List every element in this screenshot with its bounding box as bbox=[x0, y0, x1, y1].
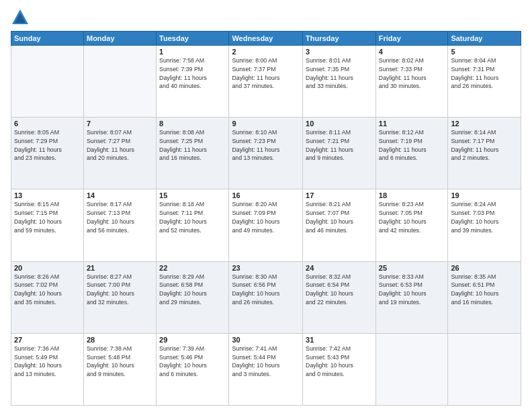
day-detail: Sunrise: 7:39 AM Sunset: 5:46 PM Dayligh… bbox=[159, 345, 226, 379]
day-detail: Sunrise: 8:29 AM Sunset: 6:58 PM Dayligh… bbox=[159, 273, 226, 307]
day-detail: Sunrise: 8:23 AM Sunset: 7:05 PM Dayligh… bbox=[379, 200, 445, 234]
day-number: 16 bbox=[232, 191, 300, 199]
day-number: 5 bbox=[451, 48, 518, 56]
calendar-cell: 22Sunrise: 8:29 AM Sunset: 6:58 PM Dayli… bbox=[157, 261, 229, 333]
calendar-cell: 19Sunrise: 8:24 AM Sunset: 7:03 PM Dayli… bbox=[448, 189, 521, 261]
day-detail: Sunrise: 7:38 AM Sunset: 5:48 PM Dayligh… bbox=[87, 345, 153, 379]
calendar-table: SundayMondayTuesdayWednesdayThursdayFrid… bbox=[11, 31, 521, 406]
week-row-4: 27Sunrise: 7:36 AM Sunset: 5:49 PM Dayli… bbox=[11, 333, 521, 405]
weekday-header-row: SundayMondayTuesdayWednesdayThursdayFrid… bbox=[11, 32, 521, 46]
weekday-header-tuesday: Tuesday bbox=[157, 32, 229, 46]
day-number: 4 bbox=[379, 48, 445, 56]
day-number: 31 bbox=[306, 336, 373, 344]
calendar-cell: 16Sunrise: 8:20 AM Sunset: 7:09 PM Dayli… bbox=[229, 189, 303, 261]
day-detail: Sunrise: 8:32 AM Sunset: 6:54 PM Dayligh… bbox=[306, 273, 373, 307]
day-number: 30 bbox=[232, 336, 300, 344]
day-detail: Sunrise: 8:20 AM Sunset: 7:09 PM Dayligh… bbox=[232, 200, 300, 234]
calendar-cell: 9Sunrise: 8:10 AM Sunset: 7:23 PM Daylig… bbox=[229, 118, 303, 189]
week-row-1: 6Sunrise: 8:05 AM Sunset: 7:29 PM Daylig… bbox=[11, 118, 521, 189]
day-detail: Sunrise: 7:42 AM Sunset: 5:43 PM Dayligh… bbox=[306, 345, 373, 379]
day-number: 10 bbox=[306, 120, 373, 128]
calendar-body: 1Sunrise: 7:58 AM Sunset: 7:39 PM Daylig… bbox=[11, 46, 521, 406]
calendar-cell: 27Sunrise: 7:36 AM Sunset: 5:49 PM Dayli… bbox=[11, 333, 84, 405]
day-detail: Sunrise: 8:07 AM Sunset: 7:27 PM Dayligh… bbox=[87, 128, 153, 163]
calendar-cell bbox=[83, 46, 156, 118]
day-number: 24 bbox=[306, 264, 373, 272]
day-number: 15 bbox=[159, 191, 226, 199]
day-number: 7 bbox=[87, 120, 153, 128]
weekday-header-monday: Monday bbox=[83, 32, 156, 46]
calendar-cell: 26Sunrise: 8:35 AM Sunset: 6:51 PM Dayli… bbox=[448, 261, 521, 333]
day-number: 9 bbox=[232, 120, 300, 128]
day-detail: Sunrise: 8:27 AM Sunset: 7:00 PM Dayligh… bbox=[87, 273, 153, 307]
day-number: 25 bbox=[379, 264, 445, 272]
day-number: 21 bbox=[87, 264, 153, 272]
day-detail: Sunrise: 7:41 AM Sunset: 5:44 PM Dayligh… bbox=[232, 345, 300, 379]
logo bbox=[11, 8, 32, 27]
day-number: 3 bbox=[306, 48, 373, 56]
day-number: 18 bbox=[379, 191, 445, 199]
day-detail: Sunrise: 8:21 AM Sunset: 7:07 PM Dayligh… bbox=[306, 200, 373, 234]
calendar-cell: 17Sunrise: 8:21 AM Sunset: 7:07 PM Dayli… bbox=[303, 189, 376, 261]
header bbox=[11, 8, 521, 27]
day-detail: Sunrise: 8:04 AM Sunset: 7:31 PM Dayligh… bbox=[451, 56, 518, 91]
day-detail: Sunrise: 8:18 AM Sunset: 7:11 PM Dayligh… bbox=[159, 200, 226, 234]
day-number: 8 bbox=[159, 120, 226, 128]
calendar-cell: 18Sunrise: 8:23 AM Sunset: 7:05 PM Dayli… bbox=[375, 189, 448, 261]
calendar-cell bbox=[375, 333, 448, 405]
day-detail: Sunrise: 8:17 AM Sunset: 7:13 PM Dayligh… bbox=[87, 200, 153, 234]
day-detail: Sunrise: 8:11 AM Sunset: 7:21 PM Dayligh… bbox=[306, 128, 373, 163]
page: SundayMondayTuesdayWednesdayThursdayFrid… bbox=[0, 0, 532, 411]
weekday-header-thursday: Thursday bbox=[303, 32, 376, 46]
calendar-cell: 24Sunrise: 8:32 AM Sunset: 6:54 PM Dayli… bbox=[303, 261, 376, 333]
day-detail: Sunrise: 8:15 AM Sunset: 7:15 PM Dayligh… bbox=[14, 200, 81, 234]
calendar-cell bbox=[448, 333, 521, 405]
calendar-cell: 11Sunrise: 8:12 AM Sunset: 7:19 PM Dayli… bbox=[375, 118, 448, 189]
day-number: 28 bbox=[87, 336, 153, 344]
week-row-3: 20Sunrise: 8:26 AM Sunset: 7:02 PM Dayli… bbox=[11, 261, 521, 333]
day-detail: Sunrise: 8:12 AM Sunset: 7:19 PM Dayligh… bbox=[379, 128, 445, 163]
day-detail: Sunrise: 8:10 AM Sunset: 7:23 PM Dayligh… bbox=[232, 128, 300, 163]
calendar-cell: 29Sunrise: 7:39 AM Sunset: 5:46 PM Dayli… bbox=[157, 333, 229, 405]
calendar-cell: 12Sunrise: 8:14 AM Sunset: 7:17 PM Dayli… bbox=[448, 118, 521, 189]
calendar-cell: 13Sunrise: 8:15 AM Sunset: 7:15 PM Dayli… bbox=[11, 189, 84, 261]
logo-icon bbox=[11, 8, 30, 27]
calendar-cell: 3Sunrise: 8:01 AM Sunset: 7:35 PM Daylig… bbox=[303, 46, 376, 118]
calendar-cell: 21Sunrise: 8:27 AM Sunset: 7:00 PM Dayli… bbox=[83, 261, 156, 333]
calendar-cell: 28Sunrise: 7:38 AM Sunset: 5:48 PM Dayli… bbox=[83, 333, 156, 405]
day-number: 27 bbox=[14, 336, 81, 344]
day-detail: Sunrise: 8:05 AM Sunset: 7:29 PM Dayligh… bbox=[14, 128, 81, 163]
calendar-cell: 5Sunrise: 8:04 AM Sunset: 7:31 PM Daylig… bbox=[448, 46, 521, 118]
day-number: 11 bbox=[379, 120, 445, 128]
day-number: 12 bbox=[451, 120, 518, 128]
weekday-header-sunday: Sunday bbox=[11, 32, 84, 46]
day-number: 6 bbox=[14, 120, 81, 128]
day-detail: Sunrise: 8:14 AM Sunset: 7:17 PM Dayligh… bbox=[451, 128, 518, 163]
weekday-header-friday: Friday bbox=[375, 32, 448, 46]
calendar-cell: 25Sunrise: 8:33 AM Sunset: 6:53 PM Dayli… bbox=[375, 261, 448, 333]
calendar-cell: 10Sunrise: 8:11 AM Sunset: 7:21 PM Dayli… bbox=[303, 118, 376, 189]
day-number: 14 bbox=[87, 191, 153, 199]
calendar-cell: 4Sunrise: 8:02 AM Sunset: 7:33 PM Daylig… bbox=[375, 46, 448, 118]
day-number: 13 bbox=[14, 191, 81, 199]
day-number: 17 bbox=[306, 191, 373, 199]
day-detail: Sunrise: 8:02 AM Sunset: 7:33 PM Dayligh… bbox=[379, 56, 445, 91]
day-detail: Sunrise: 7:36 AM Sunset: 5:49 PM Dayligh… bbox=[14, 345, 81, 379]
day-number: 20 bbox=[14, 264, 81, 272]
day-detail: Sunrise: 8:00 AM Sunset: 7:37 PM Dayligh… bbox=[232, 56, 300, 91]
week-row-2: 13Sunrise: 8:15 AM Sunset: 7:15 PM Dayli… bbox=[11, 189, 521, 261]
calendar-cell: 6Sunrise: 8:05 AM Sunset: 7:29 PM Daylig… bbox=[11, 118, 84, 189]
week-row-0: 1Sunrise: 7:58 AM Sunset: 7:39 PM Daylig… bbox=[11, 46, 521, 118]
calendar-cell: 2Sunrise: 8:00 AM Sunset: 7:37 PM Daylig… bbox=[229, 46, 303, 118]
day-detail: Sunrise: 8:26 AM Sunset: 7:02 PM Dayligh… bbox=[14, 273, 81, 307]
day-number: 2 bbox=[232, 48, 300, 56]
calendar-cell: 31Sunrise: 7:42 AM Sunset: 5:43 PM Dayli… bbox=[303, 333, 376, 405]
day-number: 26 bbox=[451, 264, 518, 272]
day-number: 29 bbox=[159, 336, 226, 344]
calendar-cell bbox=[11, 46, 84, 118]
weekday-header-wednesday: Wednesday bbox=[229, 32, 303, 46]
calendar-header: SundayMondayTuesdayWednesdayThursdayFrid… bbox=[11, 32, 521, 46]
calendar-cell: 20Sunrise: 8:26 AM Sunset: 7:02 PM Dayli… bbox=[11, 261, 84, 333]
day-detail: Sunrise: 8:35 AM Sunset: 6:51 PM Dayligh… bbox=[451, 273, 518, 307]
calendar-cell: 15Sunrise: 8:18 AM Sunset: 7:11 PM Dayli… bbox=[157, 189, 229, 261]
